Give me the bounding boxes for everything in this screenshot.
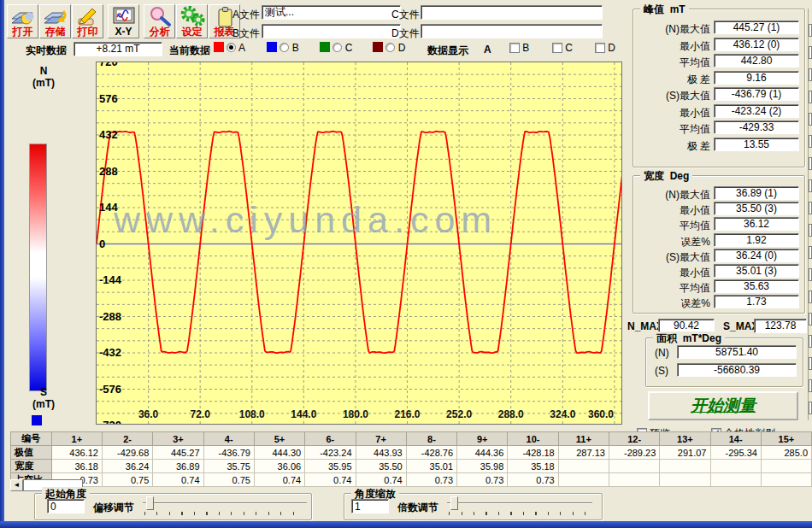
settings-button[interactable]: 设定	[176, 4, 208, 38]
table-column-header: 5+	[254, 432, 304, 446]
table-cell: 35.75	[203, 460, 254, 473]
clipped-field-stub	[809, 179, 812, 192]
channel-label: A	[238, 42, 245, 54]
half-cycle-table[interactable]: 编号1+2-3+4-5+6-7+8-9+10-11+12-13+14-15+极值…	[10, 431, 812, 487]
clipped-field-stub	[809, 91, 812, 103]
x-tick-label: 72.0	[181, 408, 219, 420]
clipped-field-stub	[809, 135, 812, 148]
table-scroll-left-button[interactable]: ◄	[10, 479, 23, 491]
file-d-input[interactable]	[421, 24, 603, 38]
table-cell: 36.18	[51, 460, 102, 473]
file-b-input[interactable]	[262, 24, 401, 38]
table-row: 极值436.12-429.68445.27-436.79444.30-423.2…	[11, 446, 812, 460]
table-cell	[710, 473, 761, 487]
y-tick-label: 576	[99, 92, 118, 105]
radio-button[interactable]	[332, 43, 342, 52]
slider-ticks	[449, 512, 591, 515]
slider-thumb[interactable]	[450, 496, 458, 510]
radio-button[interactable]	[385, 43, 395, 52]
table-cell: 35.18	[508, 460, 558, 473]
slider-groove	[143, 502, 307, 504]
table-column-header: 4-	[203, 432, 254, 446]
file-b-label: B文件	[232, 26, 260, 41]
angle-zoom-input[interactable]	[351, 499, 389, 513]
table-cell: 0.74	[305, 473, 356, 487]
display-channel-a: A	[484, 44, 491, 56]
file-c-label: C文件	[391, 8, 420, 22]
clipped-field-stub	[809, 402, 812, 414]
clipped-field-stub	[809, 268, 812, 281]
checkbox-label: C	[565, 42, 573, 54]
peak-row-value: 442.80	[714, 54, 799, 67]
multiplier-adjust-slider[interactable]	[447, 496, 592, 515]
table-cell: -436.79	[203, 446, 254, 460]
offset-adjust-slider[interactable]	[143, 496, 307, 515]
width-row-value: 35.63	[714, 279, 799, 293]
peak-row-value: 436.12 (0)	[714, 38, 799, 51]
waveform-plot[interactable]: www.ciyunda.com 7205764322881440-144-288…	[96, 62, 622, 425]
peak-row-label: 极 差	[687, 73, 710, 87]
print-button[interactable]: 打印	[72, 4, 103, 38]
table-row: 占空比0.730.750.740.750.740.740.740.730.730…	[11, 473, 812, 487]
channel-label: B	[292, 42, 299, 54]
xy-button[interactable]: X-Y	[108, 4, 139, 38]
save-button[interactable]: 存储	[39, 4, 71, 38]
slider-thumb[interactable]	[146, 496, 154, 510]
table-cell: 35.95	[305, 460, 356, 473]
table-cell: 35.98	[457, 460, 508, 473]
checkbox-box[interactable]	[595, 43, 605, 53]
table-column-header: 1+	[51, 432, 102, 446]
table-cell	[710, 460, 761, 473]
file-d-label: D文件	[391, 26, 420, 41]
width-row-label: 最小值	[680, 203, 710, 218]
area-panel-title: 面积 mT*Deg	[653, 331, 725, 346]
s-axis-label: S(mT)	[31, 386, 56, 410]
width-row-label: (N)最大值	[665, 188, 710, 202]
file-c-input[interactable]	[421, 5, 603, 20]
table-row-label: 极值	[11, 446, 52, 460]
realtime-value: +8.21 mT	[74, 42, 162, 56]
width-row-value: 36.12	[714, 217, 799, 231]
channel-c-color-swatch	[320, 42, 330, 52]
peak-row-value: 9.16	[714, 71, 799, 85]
clipped-field-stub	[809, 68, 812, 81]
table-row-label: 宽度	[11, 460, 52, 473]
display-b-checkbox[interactable]: B	[509, 42, 529, 54]
peak-row-value: -436.79 (1)	[714, 87, 799, 101]
channel-d-radio[interactable]: D	[373, 42, 405, 54]
table-cell	[609, 460, 659, 473]
clipped-field-stub	[809, 379, 812, 392]
width-row-label: 平均值	[680, 219, 710, 233]
y-tick-label: -432	[99, 346, 121, 359]
table-column-header: 2-	[102, 432, 152, 446]
width-row-label: (S)最大值	[666, 250, 710, 265]
open-button[interactable]: 打开	[7, 4, 38, 38]
table-cell	[558, 460, 609, 473]
peak-row-label: 最小值	[680, 106, 710, 120]
y-tick-label: 432	[99, 128, 118, 141]
checkbox-box[interactable]	[552, 43, 562, 53]
peak-panel: 峰值 mT (N)最大值445.27 (1)最小值436.12 (0)平均值44…	[633, 9, 805, 167]
table-cell: 36.89	[153, 460, 203, 473]
checkbox-box[interactable]	[509, 43, 520, 53]
radio-button[interactable]	[279, 43, 289, 52]
peak-row-label: 最小值	[680, 39, 710, 54]
radio-button[interactable]	[227, 43, 236, 52]
x-tick-label: 252.0	[440, 408, 478, 420]
display-c-checkbox[interactable]: C	[552, 42, 573, 54]
peak-row-label: 平均值	[680, 122, 710, 137]
analyze-button[interactable]: 分析	[144, 4, 175, 38]
channel-a-radio[interactable]: A	[214, 42, 245, 54]
file-a-input[interactable]	[262, 5, 401, 20]
start-angle-input[interactable]	[47, 499, 85, 513]
display-d-checkbox[interactable]: D	[595, 42, 615, 54]
channel-b-radio[interactable]: B	[267, 42, 299, 54]
start-measure-button[interactable]: 开始测量	[648, 391, 798, 420]
table-cell: 0.74	[153, 473, 203, 487]
table-column-header: 14-	[710, 432, 761, 446]
width-row-label: 误差%	[680, 296, 710, 311]
clipped-field-stub	[809, 246, 812, 259]
channel-c-radio[interactable]: C	[320, 42, 352, 54]
y-tick-label: 144	[99, 201, 118, 214]
table-column-header: 10-	[508, 432, 558, 446]
